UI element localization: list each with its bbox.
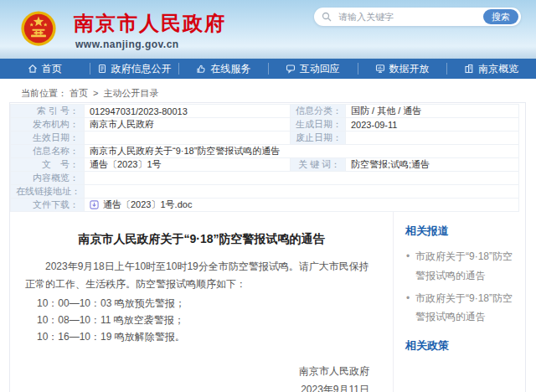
nav-item-label: 南京概览 (478, 62, 518, 76)
main-nav: 首页 政府信息公开 在线服务 互动回应 数据开放 南京概览 (0, 59, 536, 79)
index-number-value: 012947031/2023-80013 (85, 105, 291, 118)
data-monitor-icon (375, 64, 385, 74)
search-icon (322, 12, 332, 22)
article-paragraph: 2023年9月18日上午10时至10时19分全市防空警报试鸣。请广大市民保持正常… (25, 258, 376, 293)
building-icon (464, 64, 474, 74)
signature-date: 2023年9月11日 (10, 381, 369, 392)
breadcrumb: 当前位置：首页 > 主动公开目录 (0, 79, 536, 102)
nav-item-gov-info[interactable]: 政府信息公开 (90, 59, 179, 79)
created-date-label: 生成日期： (291, 118, 346, 132)
table-row: 生效日期： 废止日期： (11, 132, 519, 145)
table-row: 在线链接地址： (11, 185, 519, 199)
search-bar[interactable]: 搜索 (314, 8, 521, 26)
table-row: 文 号： 通告〔2023〕1号 关 键 词： 防空警报;试鸣;通告 (11, 158, 519, 172)
related-reports-list: 市政府关于“9·18”防空警报试鸣的通告 市政府关于“9·18”防空警报试鸣的通… (405, 247, 518, 327)
summary-value (85, 172, 519, 185)
site-header: 南京市人民政府 www.nanjing.gov.cn 搜索 (0, 0, 536, 59)
document-icon (97, 64, 107, 74)
online-link-label: 在线链接地址： (11, 185, 85, 199)
table-row: 发布机构： 南京市人民政府 生成日期： 2023-09-11 (11, 118, 519, 132)
info-name-label: 信息名称： (11, 145, 85, 158)
nav-item-label: 政府信息公开 (111, 62, 172, 76)
created-date-value: 2023-09-11 (346, 118, 519, 132)
site-title: 南京市人民政府 (74, 10, 226, 37)
effective-date-label: 生效日期： (11, 132, 85, 145)
nav-item-interaction[interactable]: 互动回应 (268, 59, 358, 79)
effective-date-value (85, 132, 291, 145)
index-number-label: 索 引 号： (11, 105, 85, 118)
announcement-article: 南京市人民政府关于“9·18”防空警报试鸣的通告 2023年9月18日上午10时… (10, 212, 393, 392)
issuing-agency-label: 发布机构： (11, 118, 85, 132)
signer-name: 南京市人民政府 (10, 363, 369, 381)
related-sidebar: 相关报道 市政府关于“9·18”防空警报试鸣的通告 市政府关于“9·18”防空警… (393, 212, 525, 392)
search-input[interactable] (337, 8, 479, 25)
chat-bubble-icon (286, 64, 296, 74)
nav-item-label: 在线服务 (210, 62, 250, 76)
breadcrumb-prefix: 当前位置： (21, 88, 67, 98)
info-category-value: 国防 / 其他 / 通告 (346, 105, 519, 118)
doc-number-label: 文 号： (11, 158, 85, 172)
thumbs-up-icon (196, 64, 206, 74)
content-panel: 索 引 号： 012947031/2023-80013 信息分类： 国防 / 其… (9, 102, 526, 392)
nav-item-online-services[interactable]: 在线服务 (178, 59, 268, 79)
list-item[interactable]: 市政府关于“9·18”防空警报试鸣的通告 (405, 247, 518, 286)
nav-item-label: 数据开放 (389, 62, 430, 76)
summary-label: 内容概览： (11, 172, 85, 185)
nav-item-label: 互动回应 (300, 62, 340, 76)
table-row: 信息名称： 南京市人民政府关于“9·18”防空警报试鸣的通告 (11, 145, 519, 158)
table-row: 内容概览： (11, 172, 519, 185)
info-category-label: 信息分类： (291, 105, 346, 118)
table-row: 索 引 号： 012947031/2023-80013 信息分类： 国防 / 其… (11, 105, 519, 118)
breadcrumb-current[interactable]: 主动公开目录 (104, 88, 159, 98)
breadcrumb-home-link[interactable]: 首页 (70, 88, 88, 98)
schedule-line: 10：16—10：19 鸣放解除警报。 (37, 329, 393, 346)
schedule-line: 10：00—10：03 鸣放预先警报； (37, 296, 393, 312)
nav-item-overview[interactable]: 南京概览 (446, 59, 536, 79)
home-icon (28, 64, 38, 74)
siren-schedule: 10：00—10：03 鸣放预先警报； 10：08—10：11 鸣放空袭警报； … (37, 296, 393, 345)
site-url: www.nanjing.gov.cn (75, 39, 179, 50)
file-download-label: 文件下载： (11, 199, 85, 212)
doc-number-value: 通告〔2023〕1号 (85, 158, 291, 172)
nav-item-home[interactable]: 首页 (0, 59, 90, 79)
nav-item-open-data[interactable]: 数据开放 (358, 59, 447, 79)
keywords-value: 防空警报;试鸣;通告 (346, 158, 519, 172)
table-row: 文件下载： 通告〔2023〕1号.doc (11, 199, 519, 212)
download-file-name: 通告〔2023〕1号.doc (103, 199, 192, 211)
list-item[interactable]: 市政府关于“9·18”防空警报试鸣的通告 (405, 289, 518, 328)
online-link-value (85, 185, 519, 199)
schedule-line: 10：08—10：11 鸣放空袭警报； (37, 312, 393, 329)
related-policies-heading: 相关政策 (405, 338, 518, 353)
nav-item-label: 首页 (42, 62, 62, 76)
signature-block: 南京市人民政府 2023年9月11日 (10, 363, 393, 392)
breadcrumb-separator: > (93, 88, 98, 98)
download-icon (90, 200, 99, 209)
repeal-date-value (346, 132, 519, 145)
keywords-label: 关 键 词： (291, 158, 346, 172)
article-title: 南京市人民政府关于“9·18”防空警报试鸣的通告 (10, 232, 393, 247)
national-emblem-icon (20, 10, 57, 47)
issuing-agency-value: 南京市人民政府 (85, 118, 291, 132)
repeal-date-label: 废止日期： (291, 132, 346, 145)
search-button[interactable]: 搜索 (483, 9, 518, 24)
metadata-table: 索 引 号： 012947031/2023-80013 信息分类： 国防 / 其… (10, 104, 519, 212)
download-file-link[interactable]: 通告〔2023〕1号.doc (90, 199, 192, 211)
related-reports-heading: 相关报道 (405, 224, 518, 239)
info-name-value: 南京市人民政府关于“9·18”防空警报试鸣的通告 (85, 145, 519, 158)
